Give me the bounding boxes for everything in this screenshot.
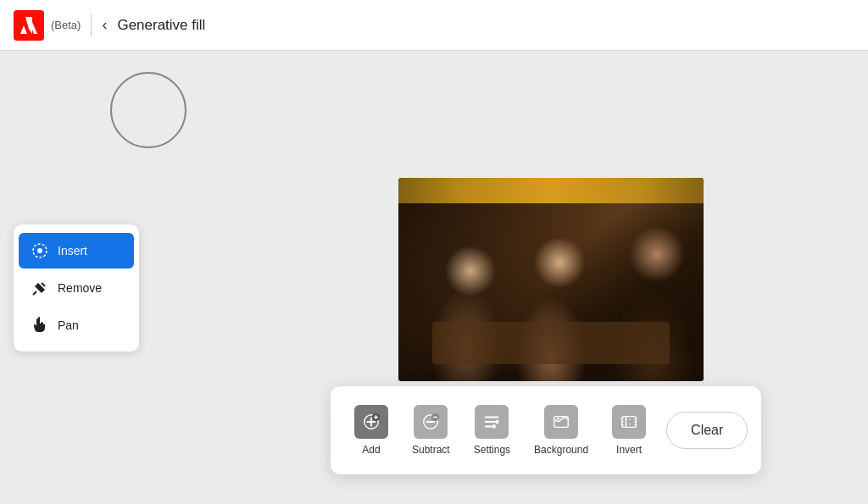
svg-point-8 [492,424,497,429]
background-label: Background [534,444,588,456]
header: (Beta) ‹ Generative fill [0,0,868,51]
insert-icon [31,241,49,260]
pan-label: Pan [58,318,79,332]
tool-remove[interactable]: Remove [19,270,134,306]
svg-rect-11 [622,417,637,428]
clear-button[interactable]: Clear [666,412,748,449]
invert-label: Invert [616,444,642,456]
photo-inner [398,178,704,381]
tool-panel: Insert Remove Pan [14,224,139,352]
settings-button[interactable]: Settings [464,398,520,462]
back-button[interactable]: ‹ [102,16,107,34]
photo-lights [398,178,704,203]
subtract-icon [414,405,448,439]
adobe-logo [14,10,44,41]
subtract-label: Subtract [412,444,450,456]
invert-button[interactable]: Invert [602,398,656,462]
beta-label: (Beta) [51,19,81,31]
background-button[interactable]: Background [524,398,598,462]
clear-label: Clear [691,423,723,437]
brush-cursor [110,72,186,148]
canvas-image [398,178,704,381]
tool-insert[interactable]: Insert [19,233,134,269]
settings-icon [475,405,509,439]
pan-icon [31,316,49,335]
photo-table [432,322,670,364]
background-icon [544,405,578,439]
page-title: Generative fill [117,17,205,34]
insert-label: Insert [58,244,87,258]
add-icon [354,405,388,439]
add-button[interactable]: Add [344,398,398,462]
remove-icon [31,279,49,297]
remove-label: Remove [58,281,102,295]
subtract-button[interactable]: Subtract [402,398,460,462]
header-divider [91,14,92,37]
main-canvas: Insert Remove Pan [0,51,868,504]
svg-point-2 [37,248,42,253]
svg-point-7 [496,420,500,424]
tool-pan[interactable]: Pan [19,307,134,343]
settings-label: Settings [474,444,510,456]
svg-point-10 [557,418,559,420]
add-label: Add [362,444,380,456]
bottom-toolbar: Add Subtract Se [331,386,761,474]
invert-icon [612,405,646,439]
